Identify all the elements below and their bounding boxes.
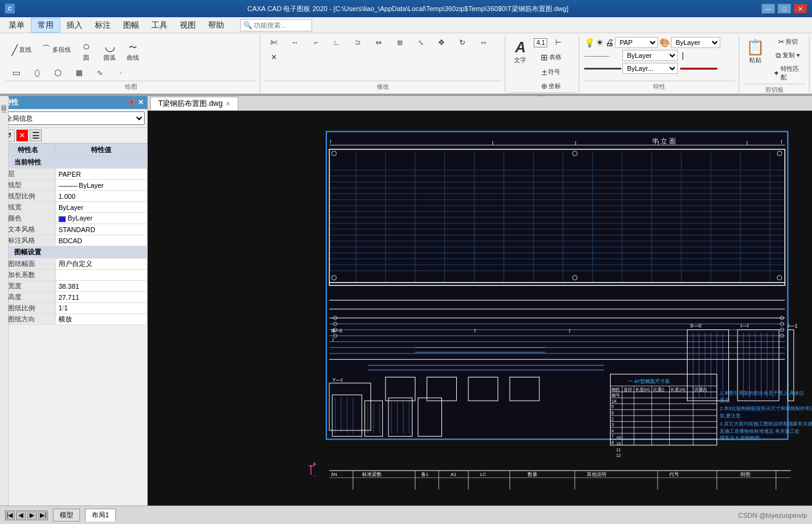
last-page-button[interactable]: ▶|: [38, 510, 48, 520]
extend-button[interactable]: ↔: [285, 36, 305, 49]
menu-item-drawing[interactable]: 图幅: [117, 18, 145, 32]
color-dropdown[interactable]: ByLayer: [671, 37, 720, 48]
array-button[interactable]: ⊞: [390, 36, 409, 49]
table-icon: ⊞: [541, 52, 548, 62]
prop-row-extension: 加长系数: [1, 270, 147, 281]
menu-item-tools[interactable]: 工具: [145, 18, 174, 32]
maximize-button[interactable]: □: [778, 4, 791, 14]
prop-search-button[interactable]: ✕: [16, 129, 28, 142]
prop-col-value: 特性值: [56, 144, 147, 156]
svg-text:3.其它方面均按施工图纸说明和国家有关规定: 3.其它方面均按施工图纸说明和国家有关规定: [720, 421, 812, 427]
chamfer-icon: ∟: [333, 38, 340, 47]
move-button[interactable]: ✥: [432, 36, 451, 49]
matchprop-button[interactable]: ✦ 特性匹配: [770, 63, 805, 84]
ellipse-button[interactable]: ⬯: [27, 66, 47, 79]
rect-button[interactable]: ▭: [6, 66, 26, 79]
prop-row-papersize: 图纸幅面 用户自定义: [1, 259, 147, 270]
menu-item-insert[interactable]: 插入: [60, 18, 89, 32]
svg-text:筑,要注意.: 筑,要注意.: [720, 413, 742, 419]
drawing-tab-active[interactable]: T梁钢筋布置图.dwg ✕: [150, 97, 238, 110]
table-button[interactable]: ⊞ 表格: [534, 50, 568, 64]
tab-close-icon[interactable]: ✕: [225, 100, 230, 107]
curve-button[interactable]: ～ 曲线: [122, 37, 144, 64]
search-input[interactable]: [254, 22, 309, 29]
menu-item-help[interactable]: 帮助: [202, 18, 230, 32]
left-panel-indicators: 特 性: [0, 96, 9, 506]
panel-indicator-2[interactable]: 性: [0, 102, 8, 104]
trim-button[interactable]: ✄: [264, 36, 284, 49]
svg-text:12: 12: [616, 453, 621, 457]
menu-item-view[interactable]: 视图: [174, 18, 202, 32]
svg-text:I: I: [746, 140, 747, 146]
point-button[interactable]: ·: [111, 66, 131, 79]
property-panel-header: 特性 📌 ✕: [0, 96, 147, 109]
chamfer-button[interactable]: ∟: [327, 36, 347, 49]
fillet-button[interactable]: ⌐: [306, 36, 326, 49]
svg-text:长度(m): 长度(m): [670, 387, 685, 392]
prop-row-scale: 图纸比例 1∶1: [1, 303, 147, 314]
pin-icon[interactable]: 📌: [127, 99, 135, 107]
point-icon: ·: [119, 68, 121, 77]
circle-button[interactable]: ○ 圆: [75, 37, 97, 64]
linewidth-dropdown[interactable]: ByLayr...: [622, 63, 678, 74]
model-tab[interactable]: 模型: [53, 509, 80, 522]
symbol-button[interactable]: ± 符号: [534, 65, 568, 79]
coordinate-button[interactable]: ⊕ 坐标: [534, 80, 568, 92]
line-button[interactable]: ╱ 直线: [6, 36, 37, 64]
fillet-icon: ⌐: [314, 38, 318, 47]
paste-button[interactable]: 📋 粘贴: [743, 36, 768, 68]
scale-button[interactable]: ⤡: [411, 36, 430, 49]
close-button[interactable]: ✕: [794, 4, 807, 14]
svg-text:→: →: [312, 474, 317, 479]
stretch-button[interactable]: ⇿: [473, 36, 493, 49]
menu-item-home[interactable]: 常用: [31, 18, 60, 33]
property-filter-dropdown[interactable]: 全局信息 选中对象: [2, 111, 145, 125]
svg-text:LC: LC: [480, 472, 486, 477]
arc-button[interactable]: ◡ 圆弧: [98, 37, 121, 64]
polygon-button[interactable]: ⬡: [48, 66, 68, 79]
panel-indicator-1[interactable]: 特: [0, 99, 8, 101]
text-button[interactable]: A 文字: [509, 36, 531, 68]
dimension-linear[interactable]: ⊢: [549, 36, 568, 49]
ribbon-group-draw: ╱ 直线 ⌒ 多段线 ○ 圆 ◡ 圆弧: [2, 34, 260, 92]
property-toolbar: ↺ ✕ ☰: [0, 128, 147, 143]
clipboard-group-label: 剪切板: [743, 84, 805, 94]
menu-bar: 菜单 常用 插入 标注 图幅 工具 视图 帮助 🔍: [0, 17, 812, 33]
svg-text:标准梁数: 标准梁数: [361, 472, 382, 477]
prop-row-linetype: 线型 ——— ByLayer: [1, 180, 147, 191]
property-filter: 全局信息 选中对象: [0, 109, 147, 128]
polyline-button[interactable]: ⌒ 多段线: [38, 36, 74, 64]
copy-button[interactable]: ⧉ 复制 ▾: [770, 49, 805, 62]
tab-bar: T梁钢筋布置图.dwg ✕: [148, 96, 812, 111]
prev-page-button[interactable]: ◀: [16, 510, 26, 520]
svg-text:长度(m): 长度(m): [635, 387, 650, 392]
circle-icon: ○: [82, 39, 90, 54]
menu-item-annotate[interactable]: 标注: [89, 18, 117, 32]
close-panel-icon[interactable]: ✕: [138, 99, 143, 107]
rotate-button[interactable]: ↻: [452, 36, 472, 49]
svg-text:2: 2: [611, 417, 614, 421]
spline-button[interactable]: ∿: [90, 66, 110, 79]
svg-text:比重(): 比重(): [653, 387, 664, 392]
next-page-button[interactable]: ▶: [27, 510, 37, 520]
svg-text:及施工质量验收标准规定,有关施工处: 及施工质量验收标准规定,有关施工处: [720, 429, 800, 434]
layer-dropdown[interactable]: PAP: [615, 37, 658, 48]
offset-button[interactable]: ⊃: [348, 36, 368, 49]
svg-text:I: I: [474, 328, 475, 334]
menu-item-file[interactable]: 菜单: [2, 18, 31, 32]
delete-button[interactable]: ✕: [264, 50, 284, 64]
mirror-button[interactable]: ⇔: [369, 36, 388, 49]
prop-row-width: 宽度 38.381: [1, 281, 147, 292]
cut-button[interactable]: ✂ 剪切: [770, 36, 805, 48]
prop-list-button[interactable]: ☰: [30, 129, 42, 142]
array-icon: ⊞: [397, 39, 403, 47]
hatch-button[interactable]: ▦: [69, 66, 89, 79]
first-page-button[interactable]: |◀: [5, 510, 15, 520]
rotate-icon: ↻: [459, 38, 465, 47]
modify-group-label: 修改: [264, 81, 501, 91]
search-box[interactable]: 🔍: [240, 19, 312, 31]
layout1-tab[interactable]: 布局1: [85, 509, 116, 522]
svg-text:5: 5: [611, 405, 614, 409]
minimize-button[interactable]: —: [762, 4, 775, 14]
linetype-dropdown[interactable]: ByLayer: [622, 50, 678, 61]
